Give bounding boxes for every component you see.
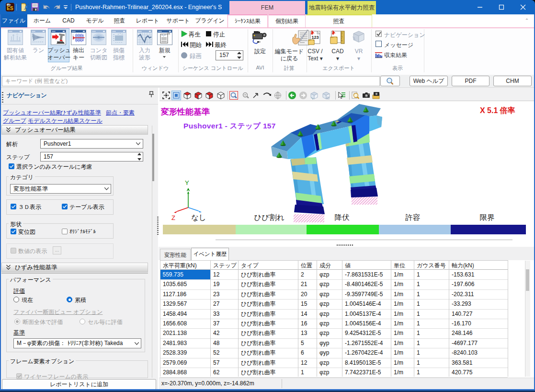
svg-text:ES: ES bbox=[7, 6, 13, 11]
svg-text:Y: Y bbox=[185, 179, 189, 186]
svg-text:123: 123 bbox=[311, 35, 319, 40]
